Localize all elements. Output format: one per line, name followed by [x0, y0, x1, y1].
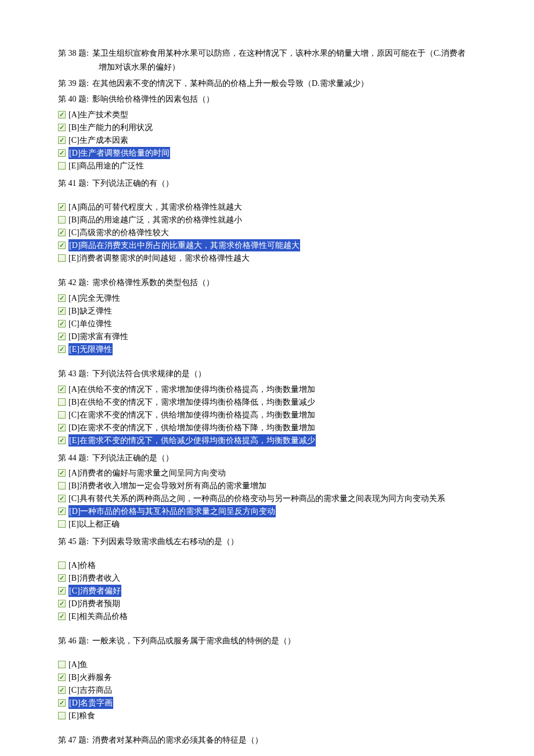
option-e[interactable]: [E]粮食: [58, 710, 476, 722]
question-text: 需求价格弹性系数的类型包括（）: [92, 276, 214, 290]
option-b[interactable]: [B]缺乏弹性: [58, 305, 476, 317]
option-d[interactable]: [D]生产者调整供给量的时间: [58, 147, 476, 159]
question-number: 第 41 题:: [58, 177, 89, 190]
option-b[interactable]: [B]商品的用途越广泛，其需求的价格弹性就越小: [58, 214, 476, 226]
option-c[interactable]: [C]吉芬商品: [58, 684, 476, 696]
option-label: [C]具有替代关系的两种商品之间，一种商品的价格变动与另一种商品的需求量之间表现…: [68, 492, 445, 505]
option-label: [B]火葬服务: [68, 671, 112, 683]
checkbox-icon: [58, 699, 66, 707]
checkbox-icon: [58, 124, 66, 131]
options-42: [A]完全无弹性 [B]缺乏弹性 [C]单位弹性 [D]需求富有弹性 [E]无限…: [58, 292, 476, 355]
option-b[interactable]: [B]消费者收入: [58, 572, 476, 584]
option-d[interactable]: [D]消费者预期: [58, 597, 476, 610]
option-label: [D]一种市品的价格与其互补品的需求量之间呈反方向变动: [68, 505, 276, 517]
checkbox-icon: [58, 294, 66, 302]
option-label: [D]在需求不变的情况下，供给增加使得均衡价格下降，均衡数量增加: [68, 422, 315, 434]
option-label: [A]生产技术类型: [68, 109, 128, 121]
option-label: [C]高级需求的价格弹性较大: [68, 226, 169, 239]
option-d[interactable]: [D]在需求不变的情况下，供给增加使得均衡价格下降，均衡数量增加: [58, 422, 476, 434]
checkbox-icon: [58, 661, 66, 668]
option-label: [C]消费者偏好: [68, 585, 121, 597]
option-label: [E]无限弹性: [68, 343, 113, 355]
option-label: [D]商品在消费支出中所占的比重越大，其需求价格弹性可能越大: [68, 239, 300, 251]
question-46: 第 46 题: 一般来说，下列商品或服务属于需求曲线的特例的是（）: [58, 634, 476, 648]
option-a[interactable]: [A]完全无弹性: [58, 292, 476, 304]
option-c[interactable]: [C]单位弹性: [58, 318, 476, 330]
checkbox-icon: [58, 495, 66, 502]
options-45: [A]价格 [B]消费者收入 [C]消费者偏好 [D]消费者预期 [E]相关商品…: [58, 559, 476, 622]
option-label: [E]商品用途的广泛性: [68, 160, 144, 172]
option-label: [D]需求富有弹性: [68, 330, 128, 343]
checkbox-icon: [58, 203, 66, 211]
option-e[interactable]: [E]商品用途的广泛性: [58, 160, 476, 172]
checkbox-icon: [58, 686, 66, 694]
option-label: [A]鱼: [68, 658, 88, 671]
question-number: 第 40 题:: [58, 92, 89, 106]
checkbox-icon: [58, 254, 66, 262]
checkbox-icon: [58, 574, 66, 582]
options-41: [A]商品的可替代程度大，其需求价格弹性就越大 [B]商品的用途越广泛，其需求的…: [58, 201, 476, 264]
option-d[interactable]: [D]需求富有弹性: [58, 330, 476, 343]
option-e[interactable]: [E]以上都正确: [58, 518, 476, 530]
option-label: [E]以上都正确: [68, 518, 120, 530]
option-a[interactable]: [A]生产技术类型: [58, 109, 476, 121]
question-number: 第 45 题:: [58, 535, 89, 549]
checkbox-icon: [58, 482, 66, 489]
checkbox-icon: [58, 411, 66, 419]
option-a[interactable]: [A]在供给不变的情况下，需求增加使得均衡价格提高，均衡数量增加: [58, 383, 476, 395]
option-label: [B]在供给不变的情况下，需求增加使得均衡价格降低，均衡数量减少: [68, 396, 315, 408]
option-label: [B]消费者收入增加一定会导致对所有商品的需求量增加: [68, 480, 266, 492]
option-label: [E]粮食: [68, 710, 95, 722]
checkbox-icon: [58, 600, 66, 607]
option-label: [B]生产能力的利用状况: [68, 121, 153, 134]
option-c[interactable]: [C]生产成本因素: [58, 134, 476, 146]
checkbox-icon: [58, 398, 66, 406]
option-a[interactable]: [A]消费者的偏好与需求量之间呈同方向变动: [58, 467, 476, 479]
option-d[interactable]: [D]商品在消费支出中所占的比重越大，其需求价格弹性可能越大: [58, 239, 476, 251]
question-45: 第 45 题: 下列因素导致需求曲线左右移动的是（）: [58, 535, 476, 549]
option-e[interactable]: [E]无限弹性: [58, 343, 476, 355]
option-c[interactable]: [C]在需求不变的情况下，供给增加使得均衡价格提高，均衡数量增加: [58, 409, 476, 421]
question-text-cont: 增加对该水果的偏好）: [99, 60, 476, 74]
option-b[interactable]: [B]火葬服务: [58, 671, 476, 683]
question-47: 第 47 题: 消费者对某种商品的需求必须其备的特征是（）: [58, 733, 476, 747]
checkbox-icon: [58, 437, 66, 444]
option-label: [E]相关商品价格: [68, 610, 128, 622]
option-label: [D]消费者预期: [68, 597, 120, 610]
option-e[interactable]: [E]消费者调整需求的时间越短，需求价格弹性越大: [58, 252, 476, 264]
option-d[interactable]: [D]名贵字画: [58, 697, 476, 709]
checkbox-icon: [58, 712, 66, 719]
checkbox-icon: [58, 345, 66, 353]
question-number: 第 44 题:: [58, 451, 89, 465]
option-b[interactable]: [B]消费者收入增加一定会导致对所有商品的需求量增加: [58, 480, 476, 492]
option-label: [C]吉芬商品: [68, 684, 112, 696]
option-c[interactable]: [C]高级需求的价格弹性较大: [58, 226, 476, 239]
checkbox-icon: [58, 307, 66, 315]
question-38: 第 38 题: 某卫生组织宣称食用某种水果可以防癌，在这种情况下，该种水果的销量…: [58, 46, 476, 74]
option-label: [C]生产成本因素: [68, 134, 128, 146]
option-b[interactable]: [B]生产能力的利用状况: [58, 121, 476, 134]
option-e[interactable]: [E]相关商品价格: [58, 610, 476, 622]
option-b[interactable]: [B]在供给不变的情况下，需求增加使得均衡价格降低，均衡数量减少: [58, 396, 476, 408]
option-e[interactable]: [E]在需求不变的情况下，供给减少使得均衡价格提高，均衡数量减少: [58, 434, 476, 447]
question-40: 第 40 题: 影响供给价格弹性的因素包括（）: [58, 92, 476, 106]
option-d[interactable]: [D]一种市品的价格与其互补品的需求量之间呈反方向变动: [58, 505, 476, 517]
checkbox-icon: [58, 242, 66, 249]
question-text: 在其他因素不变的情况下，某种商品的价格上升一般会导致（D.需求量减少）: [92, 77, 369, 91]
option-a[interactable]: [A]商品的可替代程度大，其需求价格弹性就越大: [58, 201, 476, 213]
option-a[interactable]: [A]鱼: [58, 658, 476, 671]
option-c[interactable]: [C]具有替代关系的两种商品之间，一种商品的价格变动与另一种商品的需求量之间表现…: [58, 492, 476, 505]
option-label: [A]在供给不变的情况下，需求增加使得均衡价格提高，均衡数量增加: [68, 383, 315, 395]
question-number: 第 42 题:: [58, 276, 89, 290]
checkbox-icon: [58, 333, 66, 340]
option-c[interactable]: [C]消费者偏好: [58, 585, 476, 597]
options-46: [A]鱼 [B]火葬服务 [C]吉芬商品 [D]名贵字画 [E]粮食: [58, 658, 476, 722]
option-a[interactable]: [A]价格: [58, 559, 476, 571]
checkbox-icon: [58, 320, 66, 327]
question-text: 下列因素导致需求曲线左右移动的是（）: [92, 535, 239, 549]
question-42: 第 42 题: 需求价格弹性系数的类型包括（）: [58, 276, 476, 290]
option-label: [B]缺乏弹性: [68, 305, 112, 317]
question-number: 第 43 题:: [58, 367, 89, 381]
question-text: 一般来说，下列商品或服务属于需求曲线的特例的是（）: [92, 634, 295, 648]
question-number: 第 38 题:: [58, 46, 89, 60]
